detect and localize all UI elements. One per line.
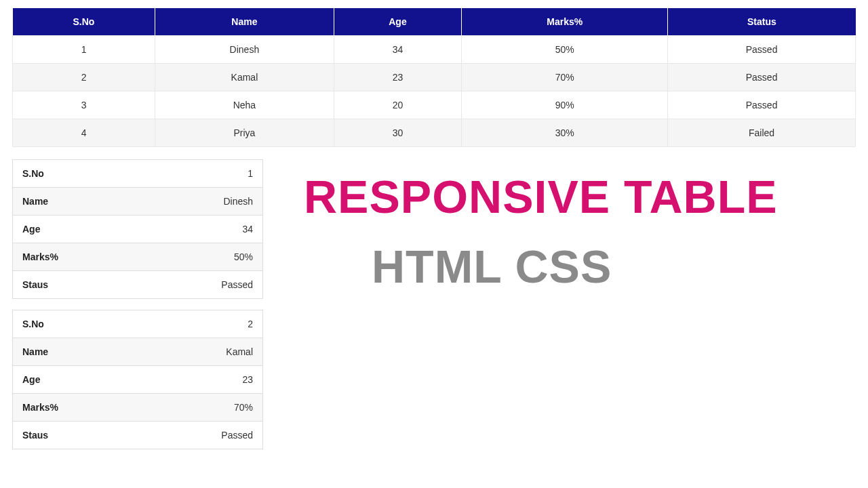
card-label-sno: S.No (22, 319, 44, 329)
card-value-status: Passed (221, 279, 253, 290)
cell-marks: 90% (462, 92, 668, 119)
cell-sno: 3 (13, 92, 155, 119)
cell-name: Kamal (155, 64, 334, 92)
title-area: RESPONSIVE TABLE HTML CSS (290, 159, 856, 293)
title-line-1: RESPONSIVE TABLE (304, 173, 856, 221)
card-label-sno: S.No (22, 168, 44, 179)
card-row: Marks% 50% (13, 243, 262, 271)
col-status: Status (668, 8, 856, 36)
cell-status: Passed (668, 92, 856, 119)
col-name: Name (155, 8, 334, 36)
card-value-name: Dinesh (223, 196, 253, 207)
card-label-name: Name (22, 196, 48, 207)
card-row: S.No 2 (13, 310, 262, 338)
card-row: Marks% 70% (13, 394, 262, 422)
cell-name: Dinesh (155, 36, 334, 64)
card-value-status: Passed (221, 430, 253, 441)
cell-marks: 30% (462, 119, 668, 147)
card-label-age: Age (22, 374, 40, 385)
title-line-2: HTML CSS (304, 240, 856, 293)
cell-status: Failed (668, 119, 856, 147)
table-row: 1 Dinesh 34 50% Passed (13, 36, 856, 64)
cell-sno: 4 (13, 119, 155, 147)
card-row: Staus Passed (13, 422, 262, 449)
card-row: Name Dinesh (13, 188, 262, 216)
cell-name: Neha (155, 92, 334, 119)
cell-sno: 2 (13, 64, 155, 92)
card-value-age: 23 (242, 374, 253, 385)
cell-sno: 1 (13, 36, 155, 64)
card-value-marks: 70% (234, 402, 253, 413)
card-value-sno: 1 (248, 168, 253, 179)
card-value-age: 34 (242, 224, 253, 235)
cell-age: 30 (334, 119, 462, 147)
card-label-name: Name (22, 346, 48, 357)
cell-status: Passed (668, 36, 856, 64)
card-row: Age 23 (13, 366, 262, 394)
table-row: 3 Neha 20 90% Passed (13, 92, 856, 119)
card-value-name: Kamal (226, 346, 253, 357)
cell-name: Priya (155, 119, 334, 147)
cell-status: Passed (668, 64, 856, 92)
table-header-row: S.No Name Age Marks% Status (13, 8, 856, 36)
card-value-marks: 50% (234, 251, 253, 262)
data-table: S.No Name Age Marks% Status 1 Dinesh 34 … (12, 8, 856, 147)
card-label-marks: Marks% (22, 402, 58, 413)
card-row: Staus Passed (13, 271, 262, 298)
card-label-age: Age (22, 224, 40, 235)
table-row: 2 Kamal 23 70% Passed (13, 64, 856, 92)
cell-marks: 70% (462, 64, 668, 92)
card-row: Age 34 (13, 216, 262, 243)
cell-marks: 50% (462, 36, 668, 64)
record-card: S.No 1 Name Dinesh Age 34 Marks% 50% Sta… (12, 159, 263, 299)
record-card: S.No 2 Name Kamal Age 23 Marks% 70% Stau… (12, 310, 263, 449)
col-marks: Marks% (462, 8, 668, 36)
card-value-sno: 2 (248, 319, 253, 329)
cell-age: 20 (334, 92, 462, 119)
col-age: Age (334, 8, 462, 36)
responsive-cards-column: S.No 1 Name Dinesh Age 34 Marks% 50% Sta… (12, 159, 263, 460)
cell-age: 34 (334, 36, 462, 64)
cell-age: 23 (334, 64, 462, 92)
card-row: Name Kamal (13, 338, 262, 366)
card-label-status: Staus (22, 279, 48, 290)
card-label-marks: Marks% (22, 251, 58, 262)
table-row: 4 Priya 30 30% Failed (13, 119, 856, 147)
card-row: S.No 1 (13, 160, 262, 188)
col-sno: S.No (13, 8, 155, 36)
card-label-status: Staus (22, 430, 48, 441)
